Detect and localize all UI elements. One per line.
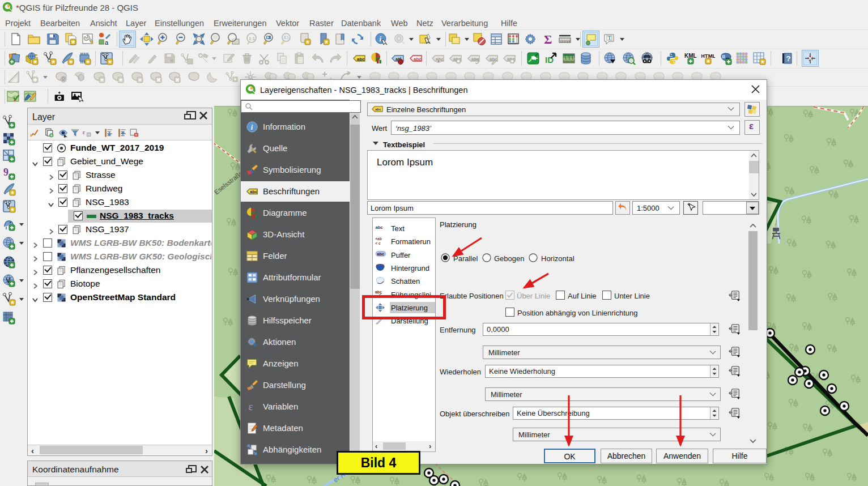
svg-text:Σ: Σ xyxy=(544,32,552,46)
svg-text:?: ? xyxy=(786,54,791,63)
svg-text:i: i xyxy=(251,123,253,131)
svg-text:KML: KML xyxy=(684,53,697,59)
svg-text:+ab: +ab xyxy=(375,237,381,241)
svg-text:ε: ε xyxy=(249,401,253,412)
svg-text:T: T xyxy=(608,35,611,41)
svg-text:abc: abc xyxy=(490,57,497,62)
svg-text:a: a xyxy=(105,39,109,46)
svg-text:HTML: HTML xyxy=(701,53,715,59)
svg-text:< c: < c xyxy=(375,241,381,245)
svg-text:abc: abc xyxy=(376,225,384,230)
svg-text:abc: abc xyxy=(375,107,381,111)
svg-text:abc: abc xyxy=(357,57,365,62)
svg-text:ε: ε xyxy=(83,129,86,135)
svg-text:abc: abc xyxy=(250,189,257,194)
svg-text:i: i xyxy=(380,35,382,43)
svg-text:1:1: 1:1 xyxy=(249,36,256,41)
svg-text:abc: abc xyxy=(414,57,422,62)
svg-text:abc: abc xyxy=(377,251,384,256)
